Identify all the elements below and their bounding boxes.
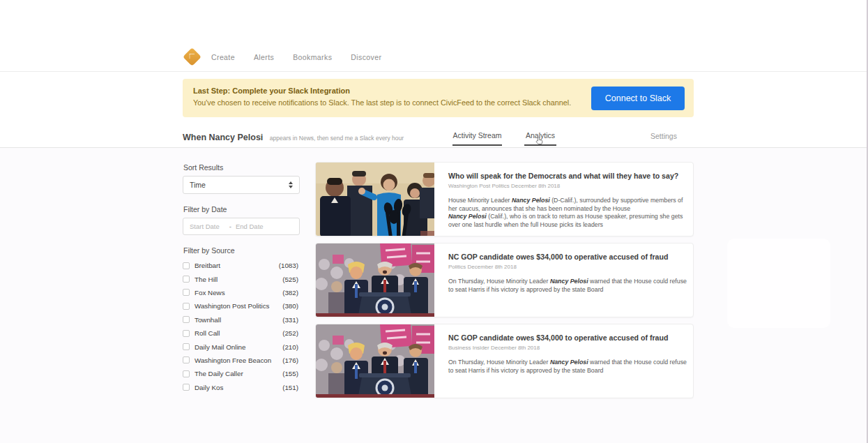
source-checkbox[interactable] [183,384,190,391]
filter-by-source-label: Filter by Source [183,246,235,255]
filter-by-date-label: Filter by Date [183,205,227,213]
article-body-line: On Thursday, House Minority Leader Nancy… [448,359,687,375]
sort-results-label: Sort Results [183,163,223,172]
source-count: (380) [282,302,298,310]
source-name: Daily Kos [195,384,282,391]
source-name: Fox News [195,289,282,296]
source-checkbox[interactable] [183,356,190,363]
source-checkbox[interactable] [183,316,190,323]
article-thumbnail[interactable] [316,324,434,398]
slack-integration-banner: Last Step: Complete your Slack Integrati… [183,79,694,117]
source-name: Roll Call [195,329,282,337]
banner-title: Last Step: Complete your Slack Integrati… [193,87,350,95]
source-checkbox[interactable] [183,343,190,350]
tab-activity-stream[interactable]: Activity Stream [452,131,502,146]
start-date-placeholder: Start Date [190,223,220,230]
sort-select[interactable]: Time [183,176,300,194]
article-body: House Minority Leader Nancy Pelosi (D-Ca… [448,197,687,229]
article-title[interactable]: NC GOP candidate owes $34,000 to operati… [448,333,687,342]
select-stepper-icon [289,181,293,189]
article-body-line: House Minority Leader Nancy Pelosi (D-Ca… [448,197,687,213]
highlighted-term: Nancy Pelosi [550,278,588,285]
source-checkbox[interactable] [183,330,190,337]
empty-overlay-panel [727,239,830,328]
source-checkbox[interactable] [183,303,190,310]
source-name: Breitbart [195,262,279,269]
article-meta: Politics December 8th 2018 [448,264,687,270]
civicfeed-logo-icon[interactable] [183,47,201,66]
highlighted-term: Nancy Pelosi [512,197,550,204]
source-count: (1083) [279,262,298,269]
banner-message: You've chosen to receive notifications t… [193,98,571,107]
article-meta: Washington Post Politics December 8th 20… [448,183,687,189]
nav-item-create[interactable]: Create [211,53,235,61]
article-thumbnail[interactable] [316,163,434,236]
source-count: (525) [282,276,298,283]
pelosi-photo-illustration [316,163,434,236]
source-name: Daily Mail Online [195,343,282,351]
source-checkbox[interactable] [183,289,190,296]
source-filter-row[interactable]: Townhall (331) [183,313,298,326]
top-navigation: Create Alerts Bookmarks Discover [0,0,868,72]
nav-item-alerts[interactable]: Alerts [254,53,274,61]
source-name: Washington Post Politics [195,302,282,310]
source-filter-row[interactable]: Daily Mail Online (210) [183,340,298,353]
source-filter-list: Breitbart (1083) The Hill (525) Fox News… [183,259,298,394]
tab-settings[interactable]: Settings [650,132,677,140]
source-filter-row[interactable]: Roll Call (252) [183,326,298,340]
connect-to-slack-button[interactable]: Connect to Slack [591,87,685,110]
article-text: Who will speak for the Democrats and wha… [448,163,687,229]
source-filter-row[interactable]: Daily Kos (151) [183,381,298,394]
date-range-input[interactable]: Start Date - End Date [183,218,300,235]
source-checkbox[interactable] [183,370,190,377]
article-body-line: Nancy Pelosi (Calif.), who is on track t… [448,213,687,229]
trump-rally-photo-illustration [316,243,434,317]
source-filter-row[interactable]: Washington Free Beacon (176) [183,354,298,367]
highlighted-term: Nancy Pelosi [448,213,487,220]
article-text: NC GOP candidate owes $34,000 to operati… [448,324,687,375]
nav-item-bookmarks[interactable]: Bookmarks [293,53,332,61]
article-title[interactable]: NC GOP candidate owes $34,000 to operati… [448,253,687,261]
end-date-placeholder: End Date [236,223,264,230]
source-name: Washington Free Beacon [195,356,282,364]
source-count: (155) [282,370,298,377]
tab-analytics[interactable]: Analytics [524,131,556,146]
article-card[interactable]: Who will speak for the Democrats and wha… [315,162,694,236]
source-filter-row[interactable]: The Daily Caller (155) [183,367,298,380]
content-area: Sort Results Time Filter by Date Start D… [0,148,868,443]
source-count: (382) [282,289,298,296]
source-count: (151) [282,384,298,391]
article-card[interactable]: NC GOP candidate owes $34,000 to operati… [315,243,694,317]
source-name: The Hill [195,276,282,283]
article-title[interactable]: Who will speak for the Democrats and wha… [448,172,687,180]
article-card[interactable]: NC GOP candidate owes $34,000 to operati… [315,324,694,398]
alert-subtitle: appears in News, then send me a Slack ev… [270,135,404,142]
alert-title: When Nancy Pelosi [183,133,263,142]
source-count: (210) [282,343,298,351]
article-meta: Business Insider December 8th 2018 [448,345,687,351]
article-body: On Thursday, House Minority Leader Nancy… [448,359,687,375]
source-checkbox[interactable] [183,276,190,283]
body-text: On Thursday, House Minority Leader [448,278,550,285]
trump-rally-photo-illustration [316,324,434,398]
source-filter-row[interactable]: Breitbart (1083) [183,259,298,272]
source-filter-row[interactable]: The Hill (525) [183,272,298,285]
sort-selected-value: Time [190,181,289,189]
body-text: On Thursday, House Minority Leader [448,359,550,366]
source-count: (176) [282,356,298,364]
source-filter-row[interactable]: Washington Post Politics (380) [183,299,298,313]
source-count: (252) [282,329,298,337]
source-name: The Daily Caller [195,370,282,377]
nav-item-discover[interactable]: Discover [351,53,381,61]
alert-header: When Nancy Pelosi appears in News, then … [183,130,404,143]
logo-glyph [190,54,195,59]
highlighted-term: Nancy Pelosi [550,359,588,366]
body-text: House Minority Leader [448,197,512,204]
article-body-line: On Thursday, House Minority Leader Nancy… [448,278,687,294]
civicfeed-dashboard: Create Alerts Bookmarks Discover Last St… [0,0,868,443]
hand-cursor-icon [535,136,544,147]
article-thumbnail[interactable] [316,243,434,317]
source-count: (331) [282,316,298,324]
source-filter-row[interactable]: Fox News (382) [183,286,298,299]
source-checkbox[interactable] [183,262,190,269]
